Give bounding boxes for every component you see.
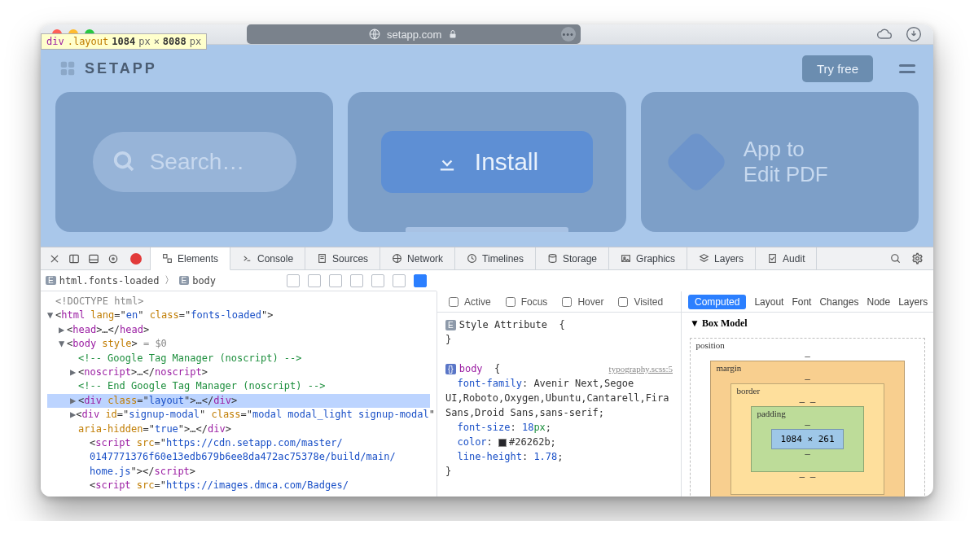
tab-console[interactable]: Console — [230, 247, 305, 269]
breadcrumb-html[interactable]: Ehtml.fonts-loaded — [46, 275, 160, 287]
inspector-tooltip: div.layout 1084px × 8088px — [41, 33, 207, 50]
rtab-computed[interactable]: Computed — [688, 295, 746, 309]
svg-rect-1 — [450, 34, 456, 38]
search-devtools-icon[interactable] — [890, 253, 902, 265]
install-button[interactable]: Install — [381, 131, 593, 193]
tab-graphics[interactable]: Graphics — [609, 247, 687, 269]
svg-point-26 — [549, 255, 556, 257]
svg-point-31 — [892, 254, 898, 260]
rtab-node[interactable]: Node — [867, 296, 890, 308]
tab-elements[interactable]: Elements — [151, 247, 230, 270]
svg-point-33 — [916, 257, 919, 260]
layers-icon — [699, 253, 709, 264]
menu-button[interactable] — [899, 64, 915, 73]
address-domain: setapp.com — [387, 28, 441, 41]
tool-3[interactable] — [329, 274, 342, 287]
hero-cards: Search… Install App to Edit PDF — [41, 92, 933, 247]
dom-tree[interactable]: <!DOCTYPE html> ▼<html lang="en" class="… — [41, 291, 437, 497]
svg-rect-4 — [68, 62, 74, 68]
webpage: div.layout 1084px × 8088px SETAPP Try fr… — [41, 45, 933, 247]
tool-5[interactable] — [371, 274, 384, 287]
svg-point-17 — [112, 257, 114, 259]
right-tabs: Computed Layout Font Changes Node Layers — [682, 291, 933, 313]
svg-rect-6 — [68, 69, 74, 75]
settings-icon[interactable] — [911, 252, 924, 265]
setapp-logo-icon — [59, 59, 77, 77]
tab-network[interactable]: Network — [380, 247, 455, 269]
search-placeholder: Search… — [150, 149, 245, 175]
state-visited[interactable]: Visited — [615, 295, 663, 309]
timelines-icon — [467, 253, 477, 264]
site-header: div.layout 1084px × 8088px SETAPP Try fr… — [41, 45, 933, 92]
devtools-body: Ehtml.fonts-loaded 〉 Ebody <!DOCTYPE htm… — [41, 270, 933, 497]
toolbar-right — [876, 26, 922, 42]
svg-rect-12 — [70, 255, 79, 262]
download-arrow-icon — [436, 151, 458, 173]
devtools: Elements Console Sources Network Timelin… — [41, 247, 933, 497]
tool-1[interactable] — [287, 274, 300, 287]
elements-icon — [162, 253, 173, 264]
try-free-button[interactable]: Try free — [802, 55, 873, 82]
brand-logo[interactable]: SETAPP — [59, 59, 157, 77]
graphics-icon — [621, 253, 631, 264]
globe-icon — [369, 28, 380, 40]
tool-7[interactable] — [414, 274, 427, 287]
force-state-bar: Active Focus Hover Visited — [437, 291, 681, 313]
card-app[interactable]: App to Edit PDF — [641, 92, 919, 232]
address-bar[interactable]: setapp.com ••• — [247, 24, 581, 44]
downloads-icon[interactable] — [906, 26, 922, 42]
app-text: App to Edit PDF — [744, 137, 828, 187]
svg-rect-3 — [61, 62, 67, 68]
svg-rect-5 — [61, 69, 67, 75]
tab-audit[interactable]: Audit — [756, 247, 817, 269]
tab-layers[interactable]: Layers — [687, 247, 756, 269]
card-search: Search… — [55, 92, 333, 232]
svg-point-7 — [115, 153, 129, 168]
dock-bottom-icon[interactable] — [88, 253, 99, 265]
state-focus[interactable]: Focus — [502, 295, 548, 309]
install-underline — [406, 227, 568, 232]
rtab-layout[interactable]: Layout — [754, 296, 783, 308]
styles-list[interactable]: EStyle Attribute { } {}body {typography.… — [437, 313, 681, 497]
box-model: position– margin– – border– padding– 108… — [682, 335, 933, 497]
error-indicator[interactable] — [130, 253, 142, 265]
chevron-right-icon: 〉 — [165, 273, 174, 287]
rtab-layers[interactable]: Layers — [898, 296, 928, 308]
search-pill[interactable]: Search… — [93, 132, 296, 192]
devtools-left-tools — [41, 247, 151, 269]
close-devtools-icon[interactable] — [49, 253, 60, 265]
styles-panel: Active Focus Hover Visited EStyle Attrib… — [437, 291, 681, 497]
state-active[interactable]: Active — [445, 295, 491, 309]
svg-point-16 — [109, 255, 116, 262]
dom-view-tools — [287, 274, 432, 287]
tool-4[interactable] — [350, 274, 363, 287]
audit-icon — [767, 253, 778, 264]
console-icon — [242, 253, 252, 264]
lock-icon — [448, 29, 458, 39]
svg-marker-29 — [700, 255, 709, 259]
network-icon — [392, 253, 402, 264]
card-install: Install — [348, 92, 625, 232]
browser-window: setapp.com ••• div.layout 1084px × 8088p… — [41, 24, 933, 497]
svg-rect-14 — [90, 255, 99, 262]
rtab-changes[interactable]: Changes — [819, 296, 858, 308]
box-model-header: ▼ Box Model — [682, 313, 933, 335]
tab-timelines[interactable]: Timelines — [455, 247, 536, 269]
box-model-content: 1084 × 261 — [771, 429, 843, 449]
tab-sources[interactable]: Sources — [305, 247, 380, 269]
svg-line-32 — [897, 260, 900, 262]
dock-left-icon[interactable] — [68, 253, 80, 265]
rtab-font[interactable]: Font — [792, 296, 811, 308]
search-icon — [112, 150, 137, 174]
cloud-icon[interactable] — [876, 26, 893, 42]
svg-rect-9 — [441, 168, 454, 170]
state-hover[interactable]: Hover — [559, 295, 603, 309]
tool-2[interactable] — [308, 274, 321, 287]
target-icon[interactable] — [107, 253, 119, 265]
reader-more-icon[interactable]: ••• — [561, 27, 576, 42]
install-label: Install — [475, 148, 538, 176]
app-icon — [664, 129, 728, 194]
breadcrumb-body[interactable]: Ebody — [179, 275, 217, 287]
tool-6[interactable] — [393, 274, 406, 287]
tab-storage[interactable]: Storage — [536, 247, 609, 269]
